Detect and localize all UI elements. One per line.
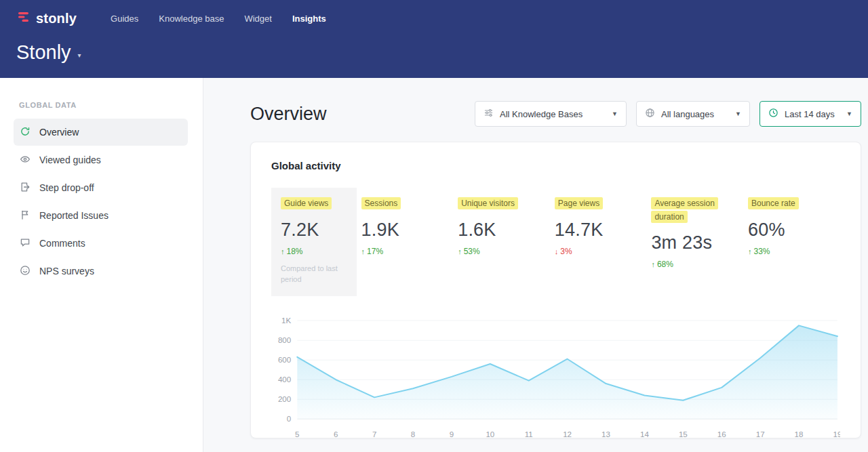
metric-label: Sessions — [361, 197, 401, 209]
svg-text:8: 8 — [411, 430, 415, 438]
svg-text:200: 200 — [278, 395, 291, 403]
filter-label: All Knowledge Bases — [500, 109, 583, 119]
trend-arrow-icon: ↑ — [458, 247, 462, 255]
step-dropoff-icon — [20, 182, 31, 194]
svg-text:800: 800 — [278, 336, 291, 344]
global-activity-chart: 02004006008001K5678910111213141516171819 — [271, 312, 840, 438]
metric-value: 7.2K — [281, 220, 347, 241]
filter-label: All languages — [661, 109, 714, 119]
sidebar-item-comments[interactable]: Comments — [14, 230, 188, 257]
eye-icon — [20, 154, 31, 167]
metric-label: Guide views — [281, 197, 332, 209]
metric-bounce-rate[interactable]: Bounce rate 60% ↑33% — [748, 188, 840, 265]
sidebar-item-reported-issues[interactable]: Reported Issues — [14, 202, 188, 229]
nav-item-insights[interactable]: Insights — [292, 14, 326, 24]
nav-item-knowledge-base[interactable]: Knowledge base — [159, 14, 224, 24]
sidebar-item-overview[interactable]: Overview — [14, 119, 188, 146]
card-title: Global activity — [271, 160, 840, 171]
sidebar-item-step-drop-off[interactable]: Step drop-off — [14, 174, 188, 201]
sidebar-item-label: Comments — [39, 238, 85, 249]
chevron-down-icon: ▼ — [846, 110, 852, 117]
global-activity-card: Global activity Guide views 7.2K ↑18% Co… — [250, 142, 861, 438]
metric-sessions[interactable]: Sessions 1.9K ↑17% — [361, 188, 454, 265]
knowledge-bases-filter-dropdown[interactable]: All Knowledge Bases ▼ — [475, 101, 627, 127]
metric-value: 60% — [748, 220, 840, 241]
metric-unique-visitors[interactable]: Unique visitors 1.6K ↑53% — [458, 188, 550, 265]
metric-average-session-duration[interactable]: Average session duration 3m 23s ↑68% — [651, 188, 743, 278]
trend-arrow-icon: ↑ — [651, 260, 655, 268]
top-navigation-bar: stonly Guides Knowledge base Widget Insi… — [0, 0, 868, 78]
filter-label: Last 14 days — [785, 109, 835, 119]
svg-text:14: 14 — [640, 430, 649, 438]
metric-change: ↑53% — [458, 247, 550, 256]
sidebar-item-label: Step drop-off — [39, 182, 94, 193]
workspace-title[interactable]: Stonly — [16, 41, 71, 64]
sidebar-item-label: Reported Issues — [39, 210, 108, 221]
trend-arrow-icon: ↓ — [555, 247, 559, 255]
filters-bar: All Knowledge Bases ▼ All languages ▼ — [475, 101, 861, 127]
trend-arrow-icon: ↑ — [748, 247, 752, 255]
metric-value: 1.9K — [361, 220, 454, 241]
chevron-down-icon: ▼ — [612, 110, 618, 117]
metrics-row: Guide views 7.2K ↑18% Compared to last p… — [271, 188, 840, 296]
metric-change: ↑33% — [748, 247, 840, 256]
nav-item-widget[interactable]: Widget — [244, 14, 271, 24]
svg-text:6: 6 — [334, 430, 338, 438]
chart-container: 02004006008001K5678910111213141516171819 — [271, 312, 840, 438]
svg-text:400: 400 — [278, 375, 291, 384]
trend-arrow-icon: ↑ — [361, 247, 366, 255]
svg-text:12: 12 — [563, 430, 572, 438]
svg-text:17: 17 — [756, 430, 765, 438]
stonly-logo[interactable]: stonly — [16, 9, 77, 27]
svg-text:5: 5 — [295, 430, 299, 438]
overview-refresh-icon — [20, 126, 31, 139]
svg-text:16: 16 — [717, 430, 726, 438]
svg-text:600: 600 — [278, 356, 291, 364]
sidebar-item-viewed-guides[interactable]: Viewed guides — [14, 146, 188, 173]
metric-label: Unique visitors — [458, 197, 518, 209]
svg-text:11: 11 — [525, 430, 533, 438]
chevron-down-icon: ▼ — [735, 110, 741, 117]
sidebar-item-label: NPS surveys — [39, 266, 94, 276]
metric-note: Compared to last period — [281, 263, 347, 285]
flag-icon — [20, 209, 31, 222]
metric-value: 3m 23s — [651, 232, 743, 253]
globe-icon — [645, 108, 655, 120]
svg-text:10: 10 — [486, 430, 494, 438]
svg-text:1K: 1K — [281, 316, 291, 325]
svg-text:19: 19 — [833, 430, 840, 438]
workspace-chevron-down-icon[interactable]: ▾ — [78, 52, 81, 59]
sliders-icon — [484, 108, 494, 120]
metric-page-views[interactable]: Page views 14.7K ↓3% — [555, 188, 647, 265]
metric-change: ↑18% — [281, 247, 347, 256]
content-area: GLOBAL DATA Overview Viewed guides — [0, 78, 868, 452]
svg-text:7: 7 — [372, 430, 376, 438]
nav-item-guides[interactable]: Guides — [111, 14, 138, 24]
brand-name: stonly — [36, 11, 77, 26]
clock-icon — [768, 108, 778, 120]
metric-label: Page views — [555, 197, 603, 209]
sidebar-item-nps-surveys[interactable]: NPS surveys — [14, 258, 188, 285]
trend-arrow-icon: ↑ — [281, 247, 285, 255]
metric-guide-views[interactable]: Guide views 7.2K ↑18% Compared to last p… — [271, 188, 357, 296]
sidebar-section-label: GLOBAL DATA — [19, 101, 203, 109]
svg-text:13: 13 — [601, 430, 610, 438]
metric-change: ↑68% — [651, 260, 743, 269]
date-range-filter-dropdown[interactable]: Last 14 days ▼ — [760, 101, 861, 127]
workspace-row: Stonly ▾ — [16, 41, 852, 64]
languages-filter-dropdown[interactable]: All languages ▼ — [636, 101, 750, 127]
metric-value: 1.6K — [458, 220, 550, 241]
metric-label: Average session duration — [651, 197, 718, 223]
stonly-logo-icon — [16, 9, 31, 27]
comment-icon — [20, 237, 31, 250]
svg-text:15: 15 — [679, 430, 688, 438]
nav-row: stonly Guides Knowledge base Widget Insi… — [16, 7, 852, 30]
page-title: Overview — [250, 104, 327, 125]
svg-text:0: 0 — [287, 415, 291, 423]
metric-change: ↑17% — [361, 247, 454, 256]
metric-value: 14.7K — [555, 220, 647, 241]
svg-text:18: 18 — [795, 430, 804, 438]
metric-label: Bounce rate — [748, 197, 799, 209]
smiley-icon — [20, 265, 31, 278]
main-panel: Overview All Knowledge Bases ▼ — [203, 78, 868, 452]
